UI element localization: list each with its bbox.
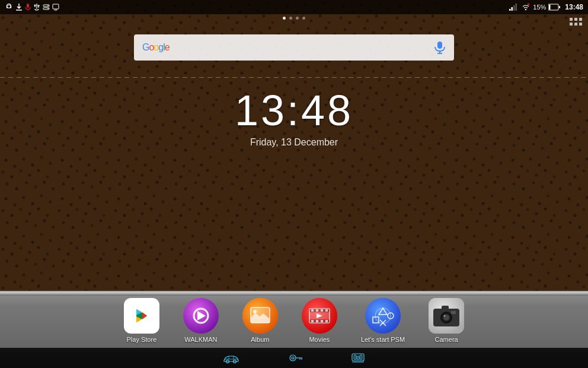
search-bar[interactable]: Google	[134, 34, 454, 61]
walkman-label: WALKMAN	[184, 336, 217, 343]
svg-rect-7	[38, 5, 40, 7]
page-dot-2[interactable]	[296, 17, 299, 20]
album-label: Album	[251, 336, 269, 343]
playstore-icon	[124, 298, 159, 334]
svg-point-10	[47, 5, 49, 7]
svg-point-61	[444, 315, 446, 317]
svg-rect-40	[311, 309, 314, 312]
svg-rect-13	[509, 9, 511, 11]
status-time: 13:48	[565, 3, 583, 11]
svg-rect-43	[325, 309, 328, 312]
svg-rect-63	[451, 311, 456, 314]
nav-back-icon[interactable]	[223, 353, 239, 363]
svg-point-11	[47, 8, 49, 9]
svg-rect-62	[442, 306, 449, 310]
voice-search-button[interactable]	[434, 42, 446, 53]
nav-home-icon[interactable]	[287, 353, 303, 363]
svg-rect-42	[321, 309, 323, 312]
svg-rect-21	[549, 5, 551, 9]
svg-rect-73	[357, 356, 359, 360]
mic-active-icon	[25, 3, 31, 11]
headset-icon	[5, 3, 13, 11]
svg-point-67	[292, 357, 294, 359]
dock: Play Store WALKMAN	[0, 291, 588, 368]
stitching-decoration	[0, 77, 588, 78]
navigation-bar	[0, 348, 588, 368]
svg-rect-16	[516, 4, 517, 11]
nav-recent-icon[interactable]	[351, 353, 365, 363]
svg-rect-45	[316, 320, 318, 322]
movies-label: Movies	[309, 336, 330, 343]
signal-icon	[509, 3, 519, 11]
app-movies[interactable]: Movies	[302, 298, 337, 343]
svg-rect-15	[513, 5, 515, 11]
svg-rect-44	[311, 320, 314, 322]
svg-rect-23	[437, 42, 442, 49]
psm-label: Let's start PSM	[361, 336, 405, 343]
svg-rect-22	[559, 6, 560, 8]
svg-rect-72	[354, 355, 356, 360]
app-playstore[interactable]: Play Store	[124, 298, 159, 343]
screenshot-icon	[52, 3, 59, 11]
camera-icon	[429, 298, 464, 334]
app-camera[interactable]: Camera	[429, 298, 464, 343]
page-dot-1[interactable]	[289, 17, 292, 20]
svg-rect-41	[316, 309, 318, 312]
dock-divider	[0, 291, 588, 296]
usb-icon	[33, 3, 40, 11]
app-walkman[interactable]: WALKMAN	[183, 298, 219, 343]
page-indicator	[283, 17, 305, 20]
status-bar: 15% 13:48	[0, 0, 588, 14]
page-dot-3[interactable]	[302, 17, 305, 20]
all-apps-button[interactable]	[570, 18, 582, 26]
clock-time: 13:48	[235, 86, 353, 135]
svg-point-6	[34, 5, 36, 7]
playstore-label: Play Store	[127, 336, 157, 343]
google-logo: Google	[142, 42, 170, 53]
svg-rect-46	[321, 320, 323, 322]
svg-rect-4	[27, 4, 29, 8]
camera-label: Camera	[435, 336, 458, 343]
status-bar-right: 15% 13:48	[509, 3, 583, 11]
app-psm[interactable]: Let's start PSM	[361, 298, 405, 343]
page-dot-0[interactable]	[283, 17, 286, 20]
clock-widget: 13:48 Friday, 13 December	[235, 86, 353, 148]
battery-icon	[548, 4, 560, 11]
wifi-icon	[521, 3, 531, 11]
svg-rect-47	[325, 320, 328, 322]
walkman-icon	[183, 298, 219, 334]
svg-rect-74	[360, 355, 362, 360]
movies-icon	[302, 298, 337, 334]
psm-icon	[365, 298, 401, 334]
clock-date: Friday, 13 December	[235, 137, 353, 148]
storage-icon	[43, 3, 50, 11]
svg-rect-12	[53, 4, 59, 9]
svg-point-49	[365, 298, 401, 334]
svg-point-17	[525, 9, 526, 10]
svg-point-66	[290, 355, 296, 361]
svg-point-35	[253, 310, 257, 313]
svg-rect-14	[512, 7, 513, 11]
battery-percentage: 15%	[533, 4, 546, 11]
app-album[interactable]: Album	[242, 298, 278, 343]
dock-apps-row: Play Store WALKMAN	[0, 298, 588, 343]
album-icon	[242, 298, 278, 334]
status-bar-left-icons	[5, 3, 59, 11]
download-icon	[15, 3, 23, 11]
